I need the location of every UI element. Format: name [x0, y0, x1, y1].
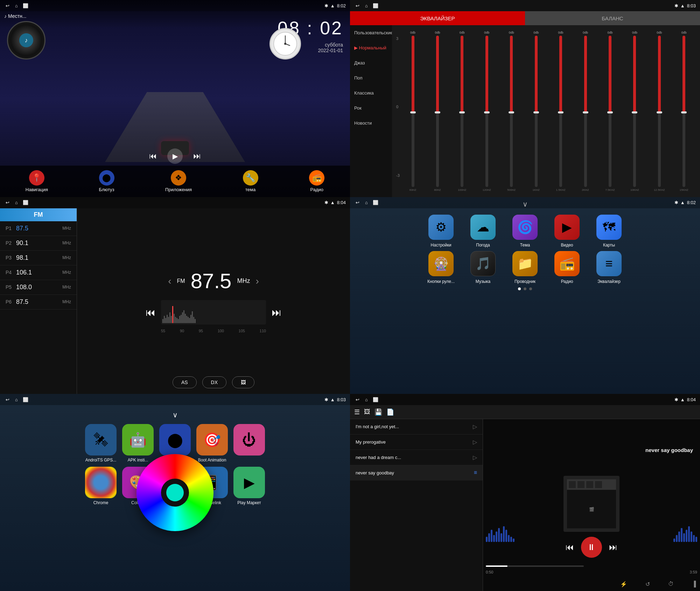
eq-slider-15khz[interactable]: 0db 15KHZ [672, 31, 696, 192]
dot-1[interactable] [518, 287, 521, 290]
nav-theme[interactable]: 🔧 тема [243, 170, 258, 192]
nav-radio[interactable]: 📻 Радио [309, 170, 324, 192]
home-icon-apps[interactable]: ⌂ [363, 200, 370, 206]
music2-pause-button[interactable]: ⏸ [581, 537, 602, 558]
radio-image-button[interactable]: 🖼 [232, 376, 254, 388]
music2-repeat-icon[interactable]: ↺ [645, 581, 650, 587]
eq-slider-1.5khz[interactable]: 0db 1.5KHZ [549, 31, 572, 192]
next-button[interactable]: ⏭ [193, 152, 201, 161]
eq-slider-10khz[interactable]: 0db 10KHZ [623, 31, 646, 192]
eq-slider-2khz[interactable]: 0db 2KHZ [574, 31, 597, 192]
app-music[interactable]: 🎵 Музыка [465, 251, 500, 284]
tab-balance[interactable]: БАЛАНС [525, 11, 700, 25]
apps-icon[interactable]: ⬜ [22, 2, 29, 9]
eq-preset-classic[interactable]: Классика [350, 85, 392, 100]
back-icon[interactable]: ↩ [4, 2, 10, 9]
launcher-chevron[interactable]: ∨ [0, 408, 350, 422]
eq-slider-500hz[interactable]: 0db 500HZ [500, 31, 523, 192]
radio-preset-p3[interactable]: P3 98.1 MHz [0, 251, 77, 265]
home-icon-music2[interactable]: ⌂ [363, 396, 370, 403]
app-equalizer[interactable]: ≡ Эквалайзер [592, 251, 626, 284]
music2-progress-bar[interactable] [486, 565, 584, 567]
eq-slider-7.5khz[interactable]: 0db 7.5KHZ [598, 31, 622, 192]
apps-icon-apps[interactable]: ⬜ [372, 200, 379, 206]
apps-icon-music2[interactable]: ⬜ [372, 396, 379, 403]
music2-bars-icon[interactable]: ▐ [692, 581, 696, 587]
back-icon-launcher[interactable]: ↩ [4, 396, 10, 403]
music2-prev-button[interactable]: ⏮ [566, 542, 574, 552]
home-icon[interactable]: ⌂ [13, 2, 20, 9]
app-theme[interactable]: 🌀 Тема [507, 215, 542, 248]
radio-preset-p2[interactable]: P2 90.1 MHz [0, 236, 77, 251]
radio-preset-p5[interactable]: P5 108.0 MHz [0, 280, 77, 295]
eq-slider-80hz[interactable]: 0db 80HZ [426, 31, 449, 192]
eq-preset-jazz[interactable]: Джаз [350, 55, 392, 70]
launcher-androit-gps[interactable]: 🛰 AndroiTS GPS... [85, 424, 117, 463]
color-wheel-overlay[interactable] [136, 454, 214, 531]
launcher-play-market[interactable]: ▶ Play Маркет [233, 467, 265, 505]
nav-navigation[interactable]: 📍 Навигация [26, 170, 48, 192]
nav-bluetooth[interactable]: ⬤ Блютуз [99, 170, 114, 192]
radio-preset-p4[interactable]: P4 106.1 MHz [0, 265, 77, 280]
home-icon-radio[interactable]: ⌂ [13, 200, 20, 206]
dot-3[interactable] [529, 287, 532, 290]
app-files[interactable]: 📁 Проводник [507, 251, 542, 284]
radio-preset-p6[interactable]: P6 87.5 MHz [0, 295, 77, 310]
app-weather[interactable]: ☁ Погода [465, 215, 500, 248]
home-icon-eq[interactable]: ⌂ [363, 2, 370, 9]
music2-next-button[interactable]: ⏭ [609, 542, 617, 552]
track-play-icon-1[interactable]: ▷ [473, 423, 477, 430]
radio-dx-button[interactable]: DX [202, 376, 226, 388]
nav-apps[interactable]: ❖ Приложения [165, 170, 192, 192]
launcher-chrome[interactable]: Chrome [85, 467, 117, 505]
music2-list-icon[interactable]: ☰ [354, 408, 360, 416]
tab-equalizer[interactable]: ЭКВАЛАЙЗЕР [350, 11, 525, 25]
back-icon-eq[interactable]: ↩ [354, 2, 360, 9]
eq-slider-1khz[interactable]: 0db 1KHZ [524, 31, 548, 192]
eq-preset-pop[interactable]: Поп [350, 70, 392, 85]
music2-track-2[interactable]: My prerogative ▷ [350, 434, 483, 450]
launcher-boot-animation[interactable]: 🎯 Boot Animation [196, 424, 228, 463]
app-radio[interactable]: 📻 Радио [550, 251, 584, 284]
app-settings[interactable]: ⚙ Настройки [424, 215, 458, 248]
play-button[interactable]: ▶ [167, 148, 183, 164]
apps-icon-radio[interactable]: ⬜ [22, 200, 29, 206]
dot-2[interactable] [524, 287, 526, 290]
music2-file-icon[interactable]: 📄 [386, 408, 394, 416]
eq-slider-120hz[interactable]: 0db 120HZ [475, 31, 498, 192]
app-steering[interactable]: 🎡 Кнопки руле... [424, 251, 458, 284]
home-icon-launcher[interactable]: ⌂ [13, 396, 20, 403]
eq-preset-rock[interactable]: Рок [350, 100, 392, 116]
music2-track-1[interactable]: I'm not a girl,not yet... ▷ [350, 419, 483, 434]
music2-image-icon[interactable]: 🖼 [364, 408, 370, 416]
radio-preset-p1[interactable]: P1 87.5 MHz [0, 221, 77, 236]
radio-prev-button[interactable]: ‹ [168, 276, 171, 287]
app-video[interactable]: ▶ Видео [550, 215, 584, 248]
launcher-apk-install[interactable]: 🤖 APK insti... [122, 424, 154, 463]
music2-save-icon[interactable]: 💾 [374, 408, 382, 416]
radio-as-button[interactable]: AS [173, 376, 197, 388]
music2-mixer-icon[interactable]: ⚡ [620, 581, 627, 587]
track-play-icon-2[interactable]: ▷ [473, 439, 477, 445]
apps-icon-eq[interactable]: ⬜ [372, 2, 379, 9]
eq-slider-12.5khz[interactable]: 0db 12.5KHZ [648, 31, 671, 192]
eq-preset-news[interactable]: Новости [350, 116, 392, 131]
eq-preset-custom[interactable]: Пользовательские [350, 25, 392, 40]
music2-timer-icon[interactable]: ⏱ [668, 581, 674, 587]
launcher-unknown[interactable]: ⏻ [233, 424, 265, 463]
back-icon-apps[interactable]: ↩ [354, 200, 360, 206]
eq-slider-60hz[interactable]: 0db 60HZ [401, 31, 425, 192]
radio-skip-prev[interactable]: ⏮ [146, 307, 155, 318]
apps-icon-launcher[interactable]: ⬜ [22, 396, 29, 403]
radio-skip-next[interactable]: ⏭ [272, 307, 281, 318]
app-maps[interactable]: 🗺 Карты [592, 215, 626, 248]
eq-preset-normal[interactable]: ▶ Нормальный [350, 40, 392, 55]
prev-button[interactable]: ⏮ [149, 152, 157, 161]
radio-next-button[interactable]: › [255, 276, 259, 287]
music2-track-3[interactable]: never had a dream c... ▷ [350, 450, 483, 465]
back-icon-music2[interactable]: ↩ [354, 396, 360, 403]
music2-track-4[interactable]: never say goodbay ≡ [350, 465, 483, 480]
track-play-icon-3[interactable]: ▷ [473, 454, 477, 461]
eq-slider-100hz[interactable]: 0db 100HZ [450, 31, 474, 192]
track-playing-icon-4[interactable]: ≡ [474, 470, 477, 476]
